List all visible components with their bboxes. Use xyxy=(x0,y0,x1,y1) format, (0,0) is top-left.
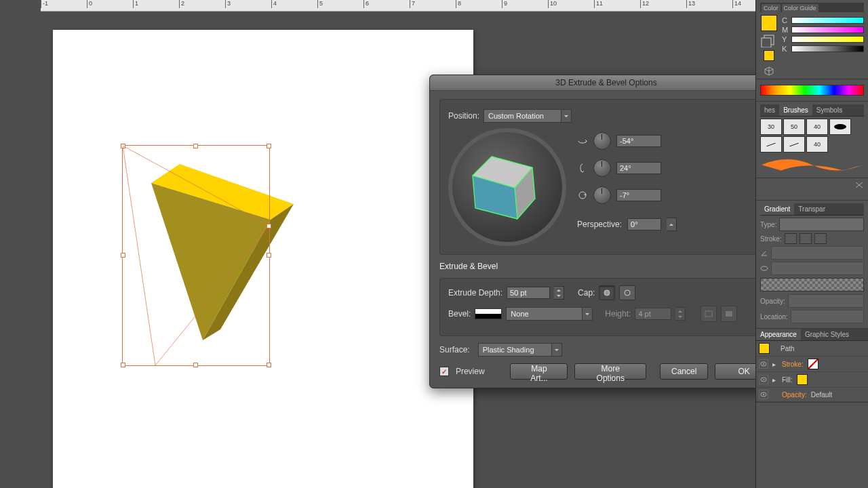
appearance-row[interactable]: ▸Stroke: xyxy=(756,357,868,372)
svg-point-16 xyxy=(761,266,768,270)
appearance-panel: Appearance Graphic Styles Path ▸Stroke:▸… xyxy=(756,329,868,403)
preview-label: Preview xyxy=(456,367,485,376)
svg-point-22 xyxy=(763,394,764,395)
svg-point-20 xyxy=(763,379,764,380)
rotation-y-field[interactable] xyxy=(616,162,661,174)
attr-swatch[interactable] xyxy=(808,359,818,369)
twirl-icon[interactable]: ▸ xyxy=(772,376,778,384)
color-panel-tabs[interactable]: ColorColor Guide xyxy=(760,3,864,12)
chevron-down-icon xyxy=(551,344,561,356)
perspective-label: Perspective: xyxy=(577,220,622,229)
svg-rect-15 xyxy=(762,38,771,47)
cancel-button[interactable]: Cancel xyxy=(660,363,708,380)
type-label: Type: xyxy=(760,221,776,228)
gradient-type-dropdown[interactable] xyxy=(779,218,864,231)
bevel-extent-in-button xyxy=(701,306,717,322)
extrude-depth-field[interactable] xyxy=(507,287,550,299)
x-dial[interactable] xyxy=(593,132,611,150)
grad-location-field xyxy=(791,310,864,323)
visibility-icon[interactable] xyxy=(759,390,768,399)
fill-swatch[interactable] xyxy=(761,15,777,31)
artboard xyxy=(53,30,473,488)
appearance-tabs[interactable]: Appearance Graphic Styles xyxy=(756,329,868,341)
y-dial[interactable] xyxy=(593,159,611,177)
gradient-angle-field xyxy=(771,246,864,260)
perspective-field[interactable] xyxy=(627,218,661,230)
gradient-aspect-field xyxy=(771,262,864,275)
svg-rect-13 xyxy=(726,311,732,317)
cube-icon xyxy=(764,66,774,76)
rotate-x-icon xyxy=(577,136,588,146)
bevel-extent-out-button xyxy=(721,306,737,322)
art-brush-stroke[interactable] xyxy=(760,155,864,175)
aspect-icon xyxy=(760,264,768,272)
panel-dock: ColorColor Guide CMYK hes Brushes Symbol… xyxy=(755,0,868,488)
rotation-z-field[interactable] xyxy=(616,189,661,201)
appearance-object-row[interactable]: Path xyxy=(756,341,868,357)
cmyk-sliders[interactable]: CMYK xyxy=(782,15,864,76)
swap-fill-stroke-icon[interactable] xyxy=(760,34,778,47)
gradient-tabs[interactable]: Gradient Transpar xyxy=(760,203,864,216)
cap-label: Cap: xyxy=(578,288,595,298)
bevel-preview-swatch xyxy=(475,308,502,319)
close-icon[interactable] xyxy=(854,181,864,189)
brushes-panel: hes Brushes Symbols 30504040 xyxy=(756,102,868,178)
position-label: Position: xyxy=(448,111,479,121)
height-label: Height: xyxy=(605,309,631,319)
location-label: Location: xyxy=(760,313,788,321)
angle-icon xyxy=(760,249,768,257)
visibility-icon[interactable] xyxy=(759,359,768,369)
more-options-button[interactable]: More Options xyxy=(574,363,646,380)
rotate-y-icon xyxy=(577,163,588,174)
cap-on-button[interactable] xyxy=(599,285,615,300)
position-dropdown[interactable]: Custom Rotation xyxy=(484,109,572,123)
color-panel: ColorColor Guide CMYK xyxy=(756,0,868,79)
extrude-depth-label: Extrude Depth: xyxy=(448,288,502,298)
stroke-label: Stroke: xyxy=(760,235,782,243)
dialog-3d-extrude-bevel: 3D Extrude & Bevel Options Position: Cus… xyxy=(429,75,783,388)
gradient-panel: Gradient Transpar Type: Stroke: Opacity:… xyxy=(756,201,868,329)
visibility-icon[interactable] xyxy=(759,375,768,384)
extrude-depth-stepper[interactable] xyxy=(554,286,564,300)
map-art-button[interactable]: Map Art... xyxy=(510,363,568,380)
surface-dropdown[interactable]: Plastic Shading xyxy=(478,343,562,357)
svg-point-11 xyxy=(625,290,630,296)
panel-footer xyxy=(756,178,868,201)
extrude-bevel-heading: Extrude & Bevel xyxy=(439,262,773,271)
cap-off-button[interactable] xyxy=(619,285,635,300)
brush-grid[interactable]: 30504040 xyxy=(760,117,864,155)
bevel-label: Bevel: xyxy=(448,309,471,319)
extruded-shape[interactable] xyxy=(104,133,307,357)
brushes-tabs[interactable]: hes Brushes Symbols xyxy=(760,104,864,117)
rotation-trackball[interactable] xyxy=(448,128,566,246)
bevel-dropdown[interactable]: None xyxy=(506,307,593,321)
svg-point-10 xyxy=(604,290,610,296)
bevel-height-stepper xyxy=(675,307,686,321)
horizontal-ruler: -101234567891011121314 xyxy=(41,0,756,12)
object-swatch xyxy=(759,343,770,354)
stroke-grad-btn-1[interactable] xyxy=(785,233,797,244)
svg-point-18 xyxy=(763,363,764,365)
appearance-row[interactable]: Opacity:Default xyxy=(756,388,868,402)
appearance-row[interactable]: ▸Fill: xyxy=(756,372,868,388)
stroke-grad-btn-3[interactable] xyxy=(814,233,827,244)
svg-rect-12 xyxy=(705,311,712,317)
rotate-z-icon xyxy=(577,190,588,201)
opacity-label: Opacity: xyxy=(760,298,785,305)
perspective-stepper[interactable] xyxy=(667,218,677,231)
grad-opacity-field xyxy=(788,294,864,308)
stroke-swatch[interactable] xyxy=(764,50,774,61)
surface-label: Surface: xyxy=(439,345,470,354)
twirl-icon[interactable]: ▸ xyxy=(772,361,778,368)
z-dial[interactable] xyxy=(593,186,611,204)
stroke-grad-btn-2[interactable] xyxy=(800,233,812,244)
color-spectrum[interactable] xyxy=(760,85,864,96)
gradient-ramp[interactable] xyxy=(760,278,864,291)
bevel-height-field xyxy=(635,308,671,320)
preview-checkbox[interactable]: ✓ xyxy=(439,367,449,376)
chevron-down-icon xyxy=(561,110,571,122)
attr-swatch[interactable] xyxy=(797,374,808,385)
dialog-title[interactable]: 3D Extrude & Bevel Options xyxy=(430,75,783,91)
rotation-x-field[interactable] xyxy=(616,135,661,147)
chevron-down-icon xyxy=(582,308,592,320)
